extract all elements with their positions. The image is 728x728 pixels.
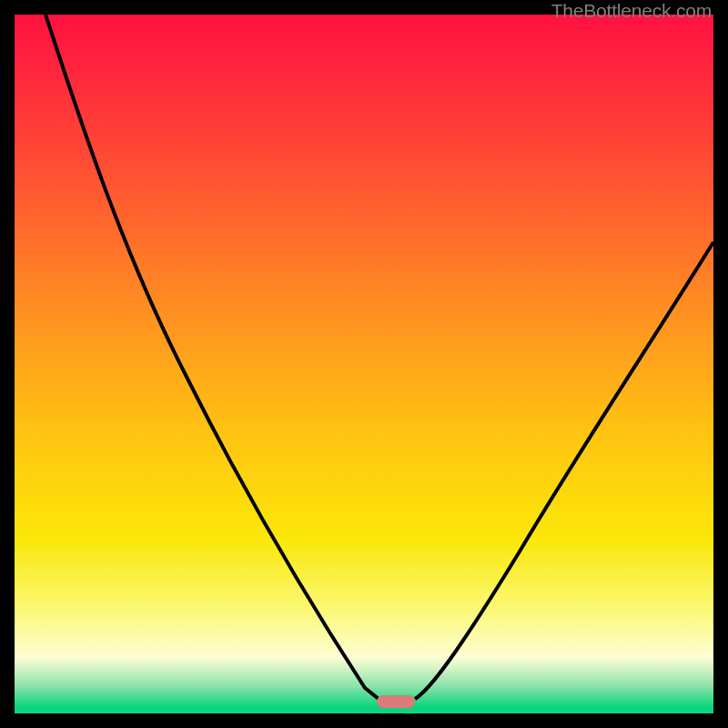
watermark-label: TheBottleneck.com — [551, 0, 712, 22]
bottleneck-curve — [15, 15, 713, 713]
chart-container — [15, 15, 713, 713]
minimum-marker — [377, 695, 415, 708]
